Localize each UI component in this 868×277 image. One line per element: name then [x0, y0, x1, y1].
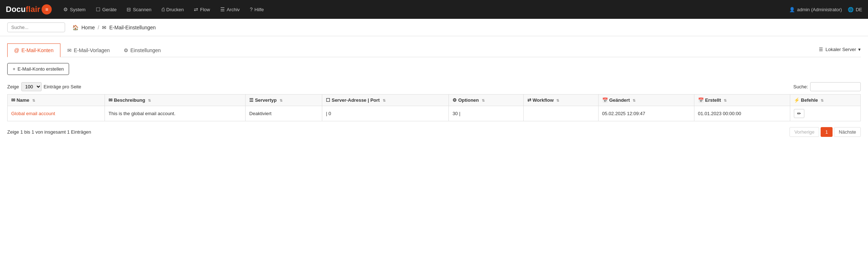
tab-einstellungen[interactable]: ⚙ Einstellungen	[117, 43, 168, 57]
edit-button[interactable]: ✏	[794, 109, 804, 118]
sort-icon-befehle[interactable]: ⇅	[821, 98, 824, 102]
nav-item-drucken[interactable]: ⎙ Drucken	[157, 4, 188, 14]
server-selector-label: Lokaler Server	[825, 47, 856, 52]
nav-scannen-label: Scannen	[133, 7, 151, 12]
next-page-button[interactable]: Nächste	[834, 127, 861, 137]
col-name-label: Name	[17, 97, 29, 103]
tab-list: @ E-Mail-Konten ✉ E-Mail-Vorlagen ⚙ Eins…	[7, 43, 168, 57]
col-optionen-icon: ⚙	[452, 97, 457, 103]
user-menu[interactable]: 👤 admin (Administrator)	[789, 7, 842, 12]
col-befehle-label: Befehle	[801, 97, 818, 103]
nav-item-system[interactable]: ⚙ System	[59, 4, 90, 14]
table-row: Global email account This is the global …	[8, 106, 861, 121]
server-selector[interactable]: ☰ Lokaler Server ▾	[819, 47, 861, 54]
tab-email-vorlagen[interactable]: ✉ E-Mail-Vorlagen	[60, 43, 117, 57]
search-label: Suche:	[793, 84, 808, 89]
email-template-icon: ✉	[67, 47, 72, 53]
pagination-row: Zeige 1 bis 1 von insgesamt 1 Einträgen …	[7, 127, 861, 137]
tab-einstellungen-label: Einstellungen	[131, 47, 161, 53]
search-input[interactable]	[7, 22, 65, 32]
col-beschreibung-label: Beschreibung	[114, 97, 145, 103]
entries-select[interactable]: 100 25 50	[21, 82, 42, 91]
col-geaendert-label: Geändert	[609, 97, 630, 103]
nav-item-archiv[interactable]: ☰ Archiv	[216, 4, 244, 14]
tab-email-konten-label: E-Mail-Konten	[21, 47, 54, 53]
col-workflow: ⇄ Workflow ⇅	[523, 95, 598, 106]
create-email-account-button[interactable]: + E-Mail-Konto erstellen	[7, 63, 69, 75]
col-erstellt-label: Erstellt	[705, 97, 721, 103]
nav-item-scannen[interactable]: ⊟ Scannen	[122, 4, 156, 14]
email-accounts-table: ✉ Name ⇅ ✉ Beschreibung ⇅ ☰ Servertyp ⇅ …	[7, 94, 861, 121]
nav-item-flow[interactable]: ⇄ Flow	[190, 4, 214, 14]
logo-flair: flair	[26, 5, 40, 14]
col-servertyp-label: Servertyp	[255, 97, 277, 103]
sort-icon-geaendert[interactable]: ⇅	[633, 98, 635, 102]
sort-icon-optionen[interactable]: ⇅	[482, 98, 485, 102]
col-servertyp: ☰ Servertyp ⇅	[246, 95, 322, 106]
show-label: Zeige	[7, 84, 19, 89]
col-workflow-icon: ⇄	[527, 97, 531, 103]
cell-beschreibung: This is the global email account.	[105, 106, 246, 121]
pagination-summary: Zeige 1 bis 1 von insgesamt 1 Einträgen	[7, 129, 91, 135]
col-workflow-label: Workflow	[532, 97, 553, 103]
col-erstellt: 📅 Erstellt ⇅	[694, 95, 790, 106]
col-erstellt-icon: 📅	[698, 97, 704, 103]
help-icon: ?	[250, 7, 253, 12]
server-list-icon: ☰	[819, 47, 823, 52]
user-label: admin (Administrator)	[797, 7, 842, 12]
flow-icon: ⇄	[194, 7, 198, 12]
col-server-adresse: ☐ Server-Adresse | Port ⇅	[322, 95, 449, 106]
col-optionen-label: Optionen	[458, 97, 479, 103]
sort-icon-name[interactable]: ⇅	[32, 98, 35, 102]
content-area: @ E-Mail-Konten ✉ E-Mail-Vorlagen ⚙ Eins…	[0, 36, 868, 144]
cell-erstellt: 01.01.2023 00:00:00	[694, 106, 790, 121]
prev-page-button[interactable]: Vorherige	[790, 127, 819, 137]
plus-icon: +	[13, 66, 16, 72]
sort-icon-beschreibung[interactable]: ⇅	[148, 98, 151, 102]
col-name-icon: ✉	[11, 97, 15, 103]
breadcrumb-separator: /	[98, 25, 99, 30]
user-icon: 👤	[789, 7, 795, 12]
col-geaendert: 📅 Geändert ⇅	[598, 95, 694, 106]
tab-email-konten[interactable]: @ E-Mail-Konten	[7, 43, 60, 57]
sort-icon-erstellt[interactable]: ⇅	[724, 98, 727, 102]
monitor-icon: ☐	[96, 7, 101, 12]
col-befehle: ⚡ Befehle ⇅	[790, 95, 860, 106]
nav-right: 👤 admin (Administrator) 🌐 DE	[789, 7, 862, 12]
nav-archiv-label: Archiv	[227, 7, 240, 12]
nav-item-hilfe[interactable]: ? Hilfe	[246, 4, 268, 14]
globe-icon: 🌐	[848, 7, 854, 12]
account-name-link[interactable]: Global email account	[11, 111, 55, 116]
nav-geraete-label: Geräte	[102, 7, 117, 12]
cell-server-adresse: | 0	[322, 106, 449, 121]
page-1-button[interactable]: 1	[821, 127, 833, 137]
col-name: ✉ Name ⇅	[8, 95, 105, 106]
col-servertyp-icon: ☰	[249, 97, 254, 103]
breadcrumb-current: E-Mail-Einstellungen	[109, 25, 156, 30]
table-header-row: ✉ Name ⇅ ✉ Beschreibung ⇅ ☰ Servertyp ⇅ …	[8, 95, 861, 106]
table-search-input[interactable]	[810, 82, 861, 91]
col-geaendert-icon: 📅	[602, 97, 608, 103]
scan-icon: ⊟	[127, 7, 131, 12]
print-icon: ⎙	[162, 7, 165, 12]
tab-email-vorlagen-label: E-Mail-Vorlagen	[74, 47, 110, 53]
nav-flow-label: Flow	[200, 7, 210, 12]
gear-icon: ⚙	[63, 7, 68, 12]
tabs-row: @ E-Mail-Konten ✉ E-Mail-Vorlagen ⚙ Eins…	[7, 43, 861, 57]
logo-docu: Docu	[6, 5, 26, 14]
nav-item-geraete[interactable]: ☐ Geräte	[92, 4, 121, 14]
language-selector[interactable]: 🌐 DE	[848, 7, 862, 12]
sort-icon-servertyp[interactable]: ⇅	[280, 98, 282, 102]
col-befehle-icon: ⚡	[794, 97, 800, 103]
lang-label: DE	[856, 7, 862, 12]
cell-optionen: 30 |	[449, 106, 524, 121]
cell-name: Global email account	[8, 106, 105, 121]
nav-drucken-label: Drucken	[166, 7, 184, 12]
table-search-box: Suche:	[793, 82, 861, 91]
col-beschreibung-icon: ✉	[109, 97, 112, 103]
sort-icon-workflow[interactable]: ⇅	[556, 98, 559, 102]
breadcrumb-home[interactable]: Home	[81, 25, 95, 30]
sort-icon-server[interactable]: ⇅	[383, 98, 386, 102]
per-page-label: Einträge pro Seite	[44, 84, 81, 89]
email-settings-icon: ✉	[102, 25, 106, 30]
